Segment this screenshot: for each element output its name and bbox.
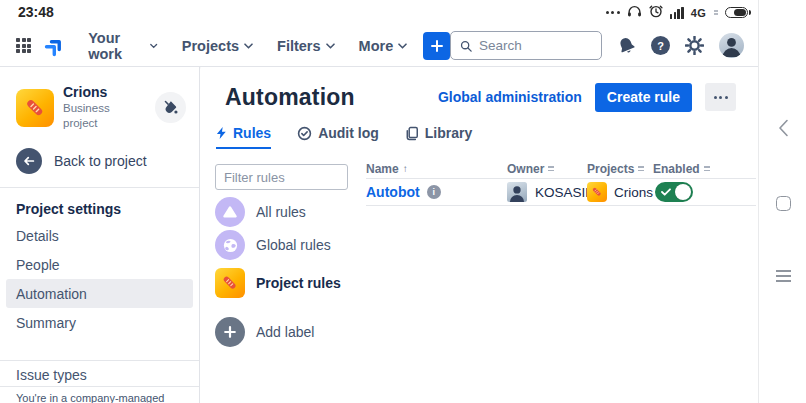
- headset-icon: [627, 4, 642, 22]
- rule-group-list: All rules Global rules Project rules Add…: [215, 197, 375, 347]
- battery-icon: [725, 7, 748, 19]
- sidebar-item-automation[interactable]: Automation: [6, 279, 193, 308]
- project-title-group: Crions Business project: [63, 84, 146, 131]
- sort-icon: [704, 166, 710, 171]
- enabled-toggle[interactable]: [655, 182, 693, 202]
- sidebar-item-label: Details: [16, 228, 59, 244]
- globe-icon: [215, 230, 245, 260]
- sidebar-item-label: People: [16, 257, 60, 273]
- android-recents-button[interactable]: [759, 270, 806, 282]
- user-avatar[interactable]: [719, 33, 744, 58]
- projects-cell: Crions: [587, 182, 653, 202]
- back-arrow-icon: [16, 148, 42, 174]
- column-label: Enabled: [653, 162, 700, 176]
- jira-logo-icon[interactable]: [44, 35, 66, 57]
- sidebar-section-title: Project settings: [0, 188, 199, 221]
- rule-group-label: Global rules: [256, 237, 331, 253]
- tab-label: Library: [425, 125, 472, 141]
- sort-icon: [638, 166, 644, 171]
- notification-dots-icon: [606, 11, 620, 14]
- chevron-down-icon: [398, 43, 407, 49]
- rule-group-label: Project rules: [256, 275, 341, 291]
- tab-library[interactable]: Library: [405, 125, 472, 149]
- sidebar-item-label: Issue types: [16, 367, 87, 383]
- theme-button[interactable]: [155, 92, 186, 123]
- rule-group-project-rules[interactable]: Project rules: [215, 268, 375, 298]
- status-icons: 4G: [606, 0, 748, 25]
- nav-item-label: Your work: [88, 30, 145, 62]
- owner-cell: KOSASIH: [507, 182, 587, 202]
- rule-group-global-rules[interactable]: Global rules: [215, 230, 375, 260]
- notifications-bell-icon[interactable]: [617, 36, 636, 55]
- column-header-name[interactable]: Name ↑: [366, 162, 507, 176]
- project-avatar-icon: [587, 182, 607, 202]
- project-name: Crions: [63, 84, 146, 101]
- page-header: Automation Global administration Create …: [225, 82, 736, 112]
- chevron-left-icon: [776, 118, 790, 138]
- sidebar-item-people[interactable]: People: [0, 250, 199, 279]
- nav-item-label: Filters: [277, 38, 321, 54]
- top-navigation-bar: Your work Projects Filters More: [0, 25, 758, 67]
- nav-right-group: ?: [450, 31, 744, 60]
- sidebar-item-details[interactable]: Details: [0, 221, 199, 250]
- sidebar-item-label: Automation: [16, 286, 87, 302]
- app-switcher-icon[interactable]: [16, 38, 31, 53]
- sort-icon: [548, 166, 554, 171]
- rule-group-label: All rules: [256, 204, 306, 220]
- nav-item-label: More: [359, 38, 394, 54]
- global-administration-link[interactable]: Global administration: [438, 89, 582, 105]
- column-label: Projects: [587, 162, 634, 176]
- search-input[interactable]: [479, 38, 592, 53]
- nav-item-your-work[interactable]: Your work: [88, 30, 158, 62]
- lightning-icon: [216, 126, 227, 140]
- more-options-button[interactable]: [705, 83, 736, 111]
- all-rules-icon: [215, 197, 245, 227]
- nav-item-label: Projects: [182, 38, 239, 54]
- sidebar-item-issue-types[interactable]: Issue types: [0, 363, 199, 386]
- android-navigation-bar: [758, 0, 806, 403]
- filter-rules-input[interactable]: [215, 164, 348, 190]
- nav-item-filters[interactable]: Filters: [277, 38, 335, 54]
- android-back-button[interactable]: [759, 118, 806, 138]
- info-icon[interactable]: i: [427, 185, 441, 199]
- tab-audit-log[interactable]: Audit log: [297, 125, 379, 149]
- column-header-enabled[interactable]: Enabled: [653, 162, 756, 176]
- column-header-owner[interactable]: Owner: [507, 162, 587, 176]
- back-label: Back to project: [54, 153, 147, 169]
- android-home-button[interactable]: [759, 196, 806, 211]
- clock-time: 23:48: [18, 4, 54, 20]
- enabled-cell: [653, 182, 756, 202]
- column-header-projects[interactable]: Projects: [587, 162, 653, 176]
- network-type-label: 4G: [691, 7, 706, 19]
- create-rule-button[interactable]: Create rule: [595, 83, 692, 112]
- check-icon: [661, 188, 671, 196]
- rule-group-all-rules[interactable]: All rules: [215, 197, 375, 227]
- project-avatar-icon: [16, 89, 54, 127]
- chevron-down-icon: [150, 43, 157, 49]
- settings-gear-icon[interactable]: [685, 36, 704, 55]
- rule-link[interactable]: Autobot: [366, 184, 420, 200]
- header-actions: Global administration Create rule: [438, 83, 736, 112]
- project-sidebar: Crions Business project Back to project …: [0, 67, 200, 403]
- nav-item-more[interactable]: More: [359, 38, 408, 54]
- network-sub-icon: [714, 10, 718, 14]
- rules-table: Name ↑ Owner Projects Enabled Autobot i: [366, 159, 756, 206]
- table-header-row: Name ↑ Owner Projects Enabled: [366, 159, 756, 179]
- paint-bucket-icon: [163, 100, 178, 115]
- help-icon[interactable]: ?: [651, 36, 670, 55]
- nav-item-projects[interactable]: Projects: [182, 38, 253, 54]
- plus-icon: [430, 39, 444, 53]
- divider: [0, 360, 199, 361]
- search-icon: [460, 39, 472, 53]
- alarm-clock-icon: [649, 4, 663, 22]
- tab-rules[interactable]: Rules: [216, 125, 271, 149]
- library-pages-icon: [405, 126, 419, 141]
- sort-ascending-icon: ↑: [403, 164, 408, 174]
- search-box[interactable]: [450, 31, 602, 60]
- more-options-icon: [714, 96, 717, 99]
- add-label-button[interactable]: Add label: [215, 317, 375, 347]
- create-button[interactable]: [423, 32, 450, 60]
- page-title: Automation: [225, 84, 355, 111]
- back-to-project[interactable]: Back to project: [0, 148, 199, 174]
- sidebar-item-summary[interactable]: Summary: [0, 308, 199, 337]
